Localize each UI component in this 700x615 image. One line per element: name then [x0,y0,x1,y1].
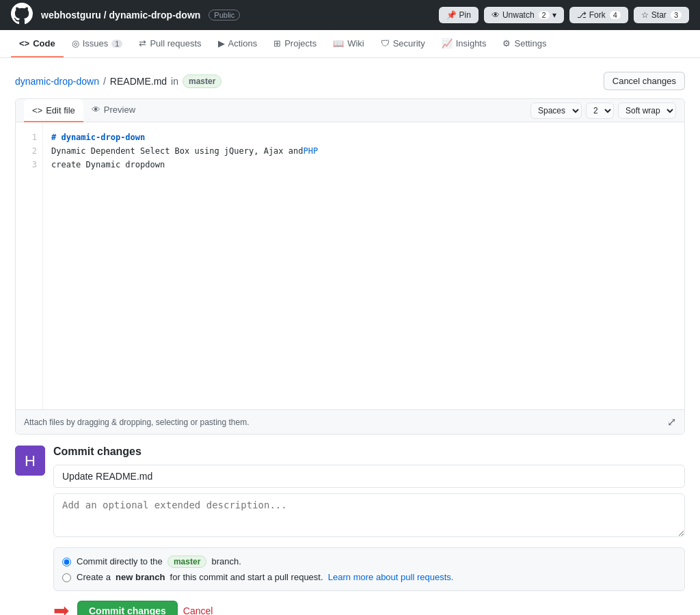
repo-path[interactable]: webhostguru / dynamic-drop-down [41,10,200,20]
settings-icon: ⚙ [502,38,511,49]
star-button[interactable]: ☆ Star 3 [634,7,689,23]
preview-icon: 👁 [92,105,100,115]
learn-more-link[interactable]: Learn more about pull requests. [328,572,454,582]
topbar-actions: 📌 Pin 👁 Unwatch 2 ▾ ⎇ Fork 4 ☆ Star 3 [439,7,689,23]
option-direct-commit[interactable]: Commit directly to the master branch. [62,556,676,566]
cancel-commit-link[interactable]: Cancel [183,605,213,616]
star-icon: ☆ [641,10,649,20]
radio-new-branch[interactable] [62,573,71,582]
option-new-branch[interactable]: Create a new branch for this commit and … [62,572,676,582]
user-avatar: H [15,446,45,476]
pr-icon: ⇄ [139,38,146,49]
chevron-down-icon: ▾ [552,10,556,20]
tab-preview[interactable]: 👁 Preview [83,99,144,122]
commit-changes-button[interactable]: Commit changes [77,601,178,616]
spaces-select[interactable]: Spaces Tabs [530,102,582,119]
attach-text: Attach files by dragging & dropping, sel… [24,418,250,427]
fork-button[interactable]: ⎇ Fork 4 [569,7,628,23]
unwatch-button[interactable]: 👁 Unwatch 2 ▾ [484,7,564,23]
wiki-icon: 📖 [333,38,344,49]
pin-button[interactable]: 📌 Pin [439,7,479,23]
tab-pull-requests[interactable]: ⇄ Pull requests [131,30,209,57]
commit-description-textarea[interactable] [53,493,685,537]
tab-wiki[interactable]: 📖 Wiki [325,30,373,57]
tab-actions[interactable]: ▶ Actions [210,30,266,57]
breadcrumb: dynamic-drop-down / README.md in master … [15,72,685,90]
unwatch-count: 2 [539,11,550,19]
branch-badge: master [183,74,221,88]
branch-inline-badge: master [167,556,206,568]
editor-controls: Spaces Tabs 2 4 Soft wrap No wrap [530,102,676,119]
edit-file-icon: <> [32,105,42,115]
issue-icon: ◎ [72,38,79,49]
commit-message-input[interactable] [53,465,685,488]
commit-actions: ➡ Commit changes Cancel [53,599,685,615]
fork-icon: ⎇ [577,10,587,20]
commit-options: Commit directly to the master branch. Cr… [53,547,685,591]
github-logo-icon [11,3,33,28]
attach-bar: Attach files by dragging & dropping, sel… [16,409,684,434]
breadcrumb-separator: / [103,76,106,87]
tab-edit-file[interactable]: <> Edit file [24,99,83,122]
repo-link[interactable]: dynamic-drop-down [15,76,99,87]
visibility-badge: Public [208,10,240,20]
commit-section-title: Commit changes [53,446,685,458]
wrap-select[interactable]: Soft wrap No wrap [618,102,676,119]
tab-code[interactable]: <> Code [11,30,64,57]
pin-icon: 📌 [446,10,457,20]
nav-tabs: <> Code ◎ Issues 1 ⇄ Pull requests ▶ Act… [0,30,700,58]
indent-select[interactable]: 2 4 [586,102,614,119]
code-textarea[interactable]: # dynamic-drop-down Dynamic Dependent Se… [43,122,684,409]
arrow-indicator: ➡ [53,599,72,615]
tab-security[interactable]: 🛡 Security [373,30,433,57]
file-name: README.md [110,76,167,87]
radio-direct[interactable] [62,558,71,566]
commit-section: H Commit changes Commit directly to the … [15,446,685,615]
fork-count: 4 [610,11,621,19]
tab-settings[interactable]: ⚙ Settings [494,30,554,57]
svg-text:H: H [25,452,36,469]
shield-icon: 🛡 [381,38,390,49]
issues-badge: 1 [111,40,122,48]
code-icon: <> [19,38,29,49]
fullscreen-icon[interactable]: ⤢ [667,415,676,428]
actions-icon: ▶ [218,38,225,49]
insights-icon: 📈 [442,38,453,49]
code-editor[interactable]: 1 2 3 # dynamic-drop-down Dynamic Depend… [16,122,684,409]
commit-form: Commit changes Commit directly to the ma… [53,446,685,615]
in-label: in [171,76,178,87]
tab-projects[interactable]: ⊞ Projects [265,30,325,57]
tab-issues[interactable]: ◎ Issues 1 [64,30,131,57]
eye-icon: 👁 [492,10,500,20]
star-count: 3 [671,11,682,19]
editor-container: <> Edit file 👁 Preview Spaces Tabs 2 [15,98,685,435]
cancel-changes-button[interactable]: Cancel changes [604,72,685,90]
projects-icon: ⊞ [273,38,281,49]
editor-tabs: <> Edit file 👁 Preview Spaces Tabs 2 [16,99,684,122]
tab-insights[interactable]: 📈 Insights [433,30,495,57]
line-numbers: 1 2 3 [16,122,43,409]
red-arrow-icon: ➡ [53,599,69,615]
